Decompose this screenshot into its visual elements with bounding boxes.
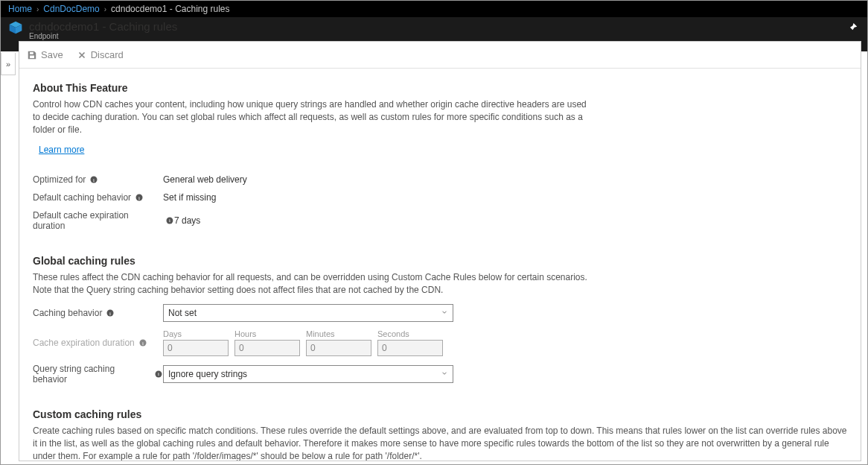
info-icon[interactable]: i	[106, 309, 115, 317]
default-caching-value: Set if missing	[163, 192, 216, 203]
save-button[interactable]: Save	[27, 49, 63, 60]
global-rules-heading: Global caching rules	[33, 255, 847, 267]
svg-text:i: i	[138, 195, 140, 201]
pin-icon[interactable]	[848, 23, 858, 36]
discard-button[interactable]: Discard	[77, 49, 124, 60]
query-string-value: Ignore query strings	[168, 369, 247, 379]
minutes-label: Minutes	[306, 329, 371, 338]
about-description: Control how CDN caches your content, inc…	[33, 98, 591, 136]
breadcrumb-sep: ›	[104, 5, 106, 13]
info-icon[interactable]: i	[135, 193, 144, 202]
page-title: cdndocdemo1 - Caching rules	[29, 20, 177, 33]
hours-label: Hours	[234, 329, 300, 338]
svg-text:i: i	[93, 177, 95, 183]
breadcrumb-sep: ›	[36, 5, 39, 13]
chevron-down-icon	[441, 370, 448, 377]
minutes-input	[306, 340, 371, 356]
caching-behavior-label: Caching behaviori	[33, 308, 163, 318]
save-icon	[27, 50, 37, 60]
svg-text:i: i	[158, 371, 159, 377]
info-icon[interactable]: i	[138, 338, 147, 347]
save-label: Save	[41, 49, 63, 60]
custom-rules-description: Create caching rules based on specific m…	[33, 425, 847, 461]
svg-text:i: i	[142, 340, 144, 346]
breadcrumb-current: cdndocdemo1 - Caching rules	[111, 4, 229, 14]
caching-behavior-value: Not set	[168, 308, 197, 318]
query-string-select[interactable]: Ignore query strings	[163, 365, 453, 383]
learn-more-link[interactable]: Learn more	[39, 145, 84, 155]
info-icon[interactable]: i	[89, 175, 98, 184]
breadcrumb-l1[interactable]: CdnDocDemo	[43, 4, 99, 14]
seconds-input	[377, 340, 443, 356]
global-rules-description: These rules affect the CDN caching behav…	[33, 271, 591, 297]
default-expiration-label: Default cache expiration durationi	[33, 210, 174, 231]
default-caching-label: Default caching behaviori	[33, 192, 163, 203]
seconds-label: Seconds	[377, 329, 443, 338]
discard-icon	[77, 50, 87, 60]
chevron-down-icon	[441, 309, 448, 316]
main-content: About This Feature Control how CDN cache…	[19, 69, 861, 461]
svg-text:i: i	[109, 310, 111, 316]
svg-text:i: i	[169, 218, 170, 224]
query-string-label: Query string caching behaviori	[33, 364, 163, 385]
page-subtitle: Endpoint	[29, 32, 177, 40]
optimized-for-label: Optimized fori	[33, 174, 163, 185]
info-icon[interactable]: i	[165, 216, 174, 225]
about-heading: About This Feature	[33, 82, 847, 94]
breadcrumb-home[interactable]: Home	[8, 4, 32, 14]
breadcrumb: Home › CdnDocDemo › cdndocdemo1 - Cachin…	[1, 1, 867, 17]
optimized-for-value: General web delivery	[163, 174, 247, 185]
default-expiration-value: 7 days	[174, 215, 200, 226]
command-bar: Save Discard	[19, 42, 861, 69]
discard-label: Discard	[91, 49, 124, 60]
days-input	[163, 340, 229, 356]
cache-exp-duration-label: Cache expiration durationi	[33, 338, 163, 348]
expand-sidebar-button[interactable]: »	[1, 53, 16, 75]
hours-input	[234, 340, 300, 356]
info-icon[interactable]: i	[154, 370, 163, 379]
caching-behavior-select[interactable]: Not set	[163, 304, 453, 322]
days-label: Days	[163, 329, 229, 338]
content-pane: Save Discard About This Feature Control …	[19, 41, 861, 461]
custom-rules-heading: Custom caching rules	[33, 408, 847, 420]
endpoint-cube-icon	[8, 20, 23, 35]
